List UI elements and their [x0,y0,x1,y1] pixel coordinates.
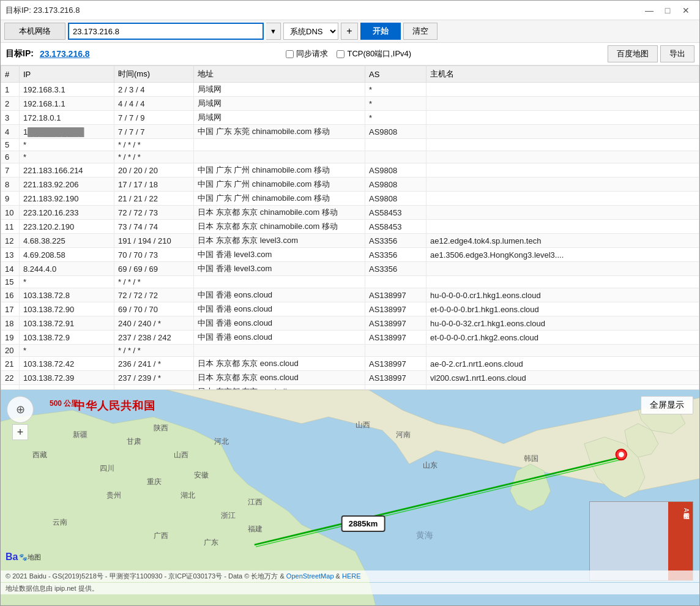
openstreetmap-link[interactable]: OpenStreetMap [286,572,334,580]
here-link[interactable]: HERE [342,572,361,580]
cell-host: hu-0-0-0-0.cr1.hkg1.eons.cloud [426,288,699,302]
cell-host [426,345,699,357]
main-window: 目标IP: 23.173.216.8 — □ ✕ 本机网络 ▼ 系统DNS + … [0,0,700,606]
traceroute-table: # IP 时间(ms) 地址 AS 主机名 1192.168.3.12 / 3 … [1,65,699,390]
toolbar-primary: 本机网络 ▼ 系统DNS + 开始 清空 [1,20,699,43]
mini-map-red [668,502,693,580]
maximize-button[interactable]: □ [659,4,676,17]
table-row[interactable]: 124.68.38.225191 / 194 / 210日本 东京都 东京 le… [1,234,699,248]
clear-button[interactable]: 清空 [403,23,438,40]
cell-time: 4 / 4 / 4 [114,97,194,111]
cell-addr: 中国 香港 eons.cloud [194,331,365,345]
cell-addr [194,151,365,163]
minimize-button[interactable]: — [641,4,658,17]
cell-addr: 中国 香港 level3.com [194,262,365,276]
table-row[interactable]: 10223.120.16.23372 / 72 / 73日本 东京都 东京 ch… [1,206,699,220]
table-row[interactable]: 41██████████7 / 7 / 7中国 广东 东莞 chinamobil… [1,125,699,139]
table-row[interactable]: 8221.183.92.20617 / 17 / 18中国 广东 广州 chin… [1,178,699,192]
cell-ip: 103.138.72.39 [20,371,114,385]
svg-text:西藏: 西藏 [32,451,47,459]
compass-button[interactable]: ⊕ [7,396,34,423]
target-ip-value[interactable]: 23.173.216.8 [40,49,90,59]
table-row[interactable]: 15** / * / * [1,276,699,288]
local-network-button[interactable]: 本机网络 [4,23,65,40]
svg-text:贵州: 贵州 [106,491,121,499]
sync-request-checkbox[interactable]: 同步请求 [286,48,328,59]
svg-text:四川: 四川 [100,464,114,473]
table-row[interactable]: 5** / * / * [1,139,699,151]
cell-time: 21 / 21 / 22 [114,192,194,206]
cell-as: * [365,97,426,111]
svg-text:河南: 河南 [396,430,411,439]
cell-ip: 221.183.92.206 [20,178,114,192]
table-row[interactable]: 21103.138.72.42236 / 241 / *日本 东京都 东京 eo… [1,357,699,371]
table-row[interactable]: 2323.173.216.8238 / 238 / 239日本 东京都 东京 v… [1,385,699,391]
cell-time: 191 / 194 / 210 [114,234,194,248]
table-row[interactable]: 17103.138.72.9069 / 70 / 70中国 香港 eons.cl… [1,302,699,316]
cell-time: 69 / 70 / 70 [114,302,194,316]
cell-as: AS138997 [365,371,426,385]
cell-ip: 221.183.92.190 [20,192,114,206]
table-row[interactable]: 1192.168.3.12 / 3 / 4局域网* [1,83,699,97]
ipip-bar: 地址数据信息由 ipip.net 提供。 [1,583,699,594]
cell-ip: 103.138.72.42 [20,357,114,371]
cell-ip: * [20,345,114,357]
cell-time: * / * / * [114,139,194,151]
table-row[interactable]: 2192.168.1.14 / 4 / 4局域网* [1,97,699,111]
table-row[interactable]: 20** / * / * [1,345,699,357]
ip-dropdown-button[interactable]: ▼ [266,23,281,40]
table-row[interactable]: 148.244.4.069 / 69 / 69中国 香港 level3.comA… [1,262,699,276]
cell-time: 7 / 7 / 7 [114,125,194,139]
tcp-checkbox[interactable]: TCP(80端口,IPv4) [337,48,411,59]
table-row[interactable]: 22103.138.72.39237 / 239 / *日本 东京都 东京 eo… [1,371,699,385]
fullscreen-button[interactable]: 全屏显示 [641,396,693,414]
cell-host [426,139,699,151]
cell-addr: 日本 东京都 东京 level3.com [194,234,365,248]
cell-time: 17 / 17 / 18 [114,178,194,192]
start-button[interactable]: 开始 [360,23,401,40]
table-row[interactable]: 18103.138.72.91240 / 240 / *中国 香港 eons.c… [1,316,699,331]
cell-as: * [365,83,426,97]
table-row[interactable]: 7221.183.166.21420 / 20 / 20中国 广东 广州 chi… [1,163,699,178]
cell-host [426,83,699,97]
cell-host [426,262,699,276]
cell-time: 7 / 7 / 9 [114,111,194,125]
col-header-addr: 地址 [194,66,365,83]
table-row[interactable]: 11223.120.2.19073 / 74 / 74日本 东京都 东京 chi… [1,220,699,234]
cell-ip: 223.120.2.190 [20,220,114,234]
cell-as: AS138997 [365,385,426,391]
traceroute-table-container: # IP 时间(ms) 地址 AS 主机名 1192.168.3.12 / 3 … [1,65,699,390]
zoom-in-button[interactable]: + [12,424,28,440]
table-row[interactable]: 6** / * / * [1,151,699,163]
cell-time: 72 / 72 / 73 [114,206,194,220]
cell-as [365,139,426,151]
table-row[interactable]: 134.69.208.5870 / 70 / 73中国 香港 level3.co… [1,248,699,262]
cell-ip: 103.138.72.90 [20,302,114,316]
export-button[interactable]: 导出 [660,45,694,62]
svg-text:山西: 山西 [356,421,370,429]
cell-num: 18 [1,316,20,331]
baidu-logo-suffix: 🐾地图 [19,553,41,562]
baidu-logo: Ba 🐾地图 [6,552,41,563]
map-area[interactable]: 黄海 西藏 新疆 甘肃 山西 河北 四川 重庆 贵州 湖北 浙江 陕西 安徽 江… [1,390,699,605]
cell-as: AS3356 [365,234,426,248]
cell-num: 2 [1,97,20,111]
table-row[interactable]: 3172.18.0.17 / 7 / 9局域网* [1,111,699,125]
cell-host: vl200.csw1.nrt1.eons.cloud [426,371,699,385]
title-bar: 目标IP: 23.173.216.8 — □ ✕ [1,1,699,20]
table-row[interactable]: 16103.138.72.872 / 72 / 72中国 香港 eons.clo… [1,288,699,302]
cell-host [426,276,699,288]
cell-time: * / * / * [114,345,194,357]
dns-select[interactable]: 系统DNS [283,23,338,40]
table-row[interactable]: 19103.138.72.9237 / 238 / 242中国 香港 eons.… [1,331,699,345]
cell-addr: 日本 东京都 东京 chinamobile.com 移动 [194,206,365,220]
cell-addr: 日本 东京都 东京 eons.cloud [194,357,365,371]
mini-map-text: 绍位使的图A [682,508,690,512]
table-row[interactable]: 9221.183.92.19021 / 21 / 22中国 广东 广州 chin… [1,192,699,206]
add-dns-button[interactable]: + [341,23,358,40]
baidu-map-button[interactable]: 百度地图 [608,45,658,62]
ip-input[interactable] [68,23,264,40]
cell-addr: 中国 广东 广州 chinamobile.com 移动 [194,178,365,192]
close-button[interactable]: ✕ [677,4,694,17]
copyright-text: © 2021 Baidu - GS(2019)5218号 - 甲测资字11009… [6,572,285,580]
